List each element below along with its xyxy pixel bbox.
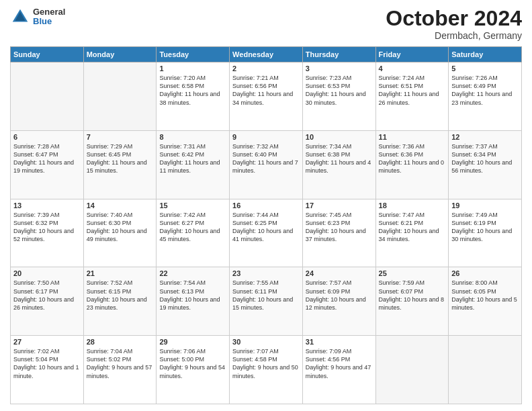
calendar-cell: 22Sunrise: 7:54 AMSunset: 6:13 PMDayligh… xyxy=(157,267,230,336)
day-number: 12 xyxy=(451,133,519,141)
day-number: 29 xyxy=(159,338,226,346)
cell-details: Sunrise: 7:28 AMSunset: 6:47 PMDaylight:… xyxy=(13,142,81,175)
calendar-cell: 19Sunrise: 7:49 AMSunset: 6:19 PMDayligh… xyxy=(449,199,522,267)
calendar-week-row: 27Sunrise: 7:02 AMSunset: 5:04 PMDayligh… xyxy=(11,336,522,404)
calendar-cell: 29Sunrise: 7:06 AMSunset: 5:00 PMDayligh… xyxy=(157,336,230,404)
calendar-cell: 6Sunrise: 7:28 AMSunset: 6:47 PMDaylight… xyxy=(11,130,84,199)
logo-general-text: General xyxy=(33,7,65,17)
day-number: 30 xyxy=(232,338,300,346)
logo: General Blue xyxy=(10,7,65,27)
cell-details: Sunrise: 7:26 AMSunset: 6:49 PMDaylight:… xyxy=(451,74,519,107)
weekday-header-wednesday: Wednesday xyxy=(230,47,303,62)
day-number: 8 xyxy=(159,133,226,141)
cell-details: Sunrise: 7:36 AMSunset: 6:36 PMDaylight:… xyxy=(379,142,446,175)
day-number: 28 xyxy=(87,338,154,346)
day-number: 13 xyxy=(13,201,81,210)
calendar-week-row: 13Sunrise: 7:39 AMSunset: 6:32 PMDayligh… xyxy=(11,199,522,267)
day-number: 24 xyxy=(306,269,373,277)
weekday-header-friday: Friday xyxy=(375,47,449,62)
calendar-cell: 26Sunrise: 8:00 AMSunset: 6:05 PMDayligh… xyxy=(449,267,522,336)
weekday-header-saturday: Saturday xyxy=(449,47,522,62)
day-number: 31 xyxy=(306,338,373,346)
cell-details: Sunrise: 7:40 AMSunset: 6:30 PMDaylight:… xyxy=(87,211,154,244)
day-number: 2 xyxy=(232,64,300,73)
cell-details: Sunrise: 7:39 AMSunset: 6:32 PMDaylight:… xyxy=(13,211,81,244)
calendar-cell: 31Sunrise: 7:09 AMSunset: 4:56 PMDayligh… xyxy=(302,336,375,404)
calendar-cell: 23Sunrise: 7:55 AMSunset: 6:11 PMDayligh… xyxy=(230,267,303,336)
calendar-cell: 30Sunrise: 7:07 AMSunset: 4:58 PMDayligh… xyxy=(230,336,303,404)
header: General Blue October 2024 Dermbach, Germ… xyxy=(10,7,522,41)
calendar-cell: 25Sunrise: 7:59 AMSunset: 6:07 PMDayligh… xyxy=(375,267,449,336)
calendar-cell: 17Sunrise: 7:45 AMSunset: 6:23 PMDayligh… xyxy=(302,199,375,267)
calendar-week-row: 20Sunrise: 7:50 AMSunset: 6:17 PMDayligh… xyxy=(11,267,522,336)
cell-details: Sunrise: 7:06 AMSunset: 5:00 PMDaylight:… xyxy=(159,347,226,380)
cell-details: Sunrise: 7:52 AMSunset: 6:15 PMDaylight:… xyxy=(87,279,154,312)
calendar-week-row: 1Sunrise: 7:20 AMSunset: 6:58 PMDaylight… xyxy=(11,62,522,131)
page: General Blue October 2024 Dermbach, Germ… xyxy=(0,0,532,411)
day-number: 17 xyxy=(306,201,373,210)
weekday-header-row: SundayMondayTuesdayWednesdayThursdayFrid… xyxy=(11,47,522,62)
cell-details: Sunrise: 7:34 AMSunset: 6:38 PMDaylight:… xyxy=(306,142,373,175)
calendar-cell xyxy=(83,62,157,131)
calendar-cell: 2Sunrise: 7:21 AMSunset: 6:56 PMDaylight… xyxy=(230,62,303,131)
calendar-cell: 8Sunrise: 7:31 AMSunset: 6:42 PMDaylight… xyxy=(157,130,230,199)
calendar-cell: 1Sunrise: 7:20 AMSunset: 6:58 PMDaylight… xyxy=(157,62,230,131)
calendar-cell: 11Sunrise: 7:36 AMSunset: 6:36 PMDayligh… xyxy=(375,130,449,199)
cell-details: Sunrise: 8:00 AMSunset: 6:05 PMDaylight:… xyxy=(451,279,519,312)
calendar-cell: 13Sunrise: 7:39 AMSunset: 6:32 PMDayligh… xyxy=(11,199,84,267)
calendar-cell xyxy=(375,336,449,404)
calendar-cell: 24Sunrise: 7:57 AMSunset: 6:09 PMDayligh… xyxy=(302,267,375,336)
logo-icon xyxy=(10,7,30,27)
cell-details: Sunrise: 7:55 AMSunset: 6:11 PMDaylight:… xyxy=(232,279,300,312)
day-number: 23 xyxy=(232,269,300,277)
calendar-cell: 7Sunrise: 7:29 AMSunset: 6:45 PMDaylight… xyxy=(83,130,157,199)
cell-details: Sunrise: 7:50 AMSunset: 6:17 PMDaylight:… xyxy=(13,279,81,312)
weekday-header-sunday: Sunday xyxy=(11,47,84,62)
calendar-cell: 3Sunrise: 7:23 AMSunset: 6:53 PMDaylight… xyxy=(302,62,375,131)
day-number: 27 xyxy=(13,338,81,346)
cell-details: Sunrise: 7:21 AMSunset: 6:56 PMDaylight:… xyxy=(232,74,300,107)
calendar-cell: 28Sunrise: 7:04 AMSunset: 5:02 PMDayligh… xyxy=(83,336,157,404)
day-number: 15 xyxy=(159,201,226,210)
cell-details: Sunrise: 7:24 AMSunset: 6:51 PMDaylight:… xyxy=(379,74,446,107)
title-block: October 2024 Dermbach, Germany xyxy=(386,7,522,41)
calendar-cell: 18Sunrise: 7:47 AMSunset: 6:21 PMDayligh… xyxy=(375,199,449,267)
cell-details: Sunrise: 7:44 AMSunset: 6:25 PMDaylight:… xyxy=(232,211,300,244)
day-number: 19 xyxy=(451,201,519,210)
day-number: 25 xyxy=(379,269,446,277)
cell-details: Sunrise: 7:23 AMSunset: 6:53 PMDaylight:… xyxy=(306,74,373,107)
calendar-cell: 15Sunrise: 7:42 AMSunset: 6:27 PMDayligh… xyxy=(157,199,230,267)
cell-details: Sunrise: 7:02 AMSunset: 5:04 PMDaylight:… xyxy=(13,347,81,380)
cell-details: Sunrise: 7:32 AMSunset: 6:40 PMDaylight:… xyxy=(232,142,300,175)
day-number: 5 xyxy=(451,64,519,73)
calendar-table: SundayMondayTuesdayWednesdayThursdayFrid… xyxy=(10,46,522,404)
calendar-cell: 12Sunrise: 7:37 AMSunset: 6:34 PMDayligh… xyxy=(449,130,522,199)
calendar-cell: 10Sunrise: 7:34 AMSunset: 6:38 PMDayligh… xyxy=(302,130,375,199)
cell-details: Sunrise: 7:07 AMSunset: 4:58 PMDaylight:… xyxy=(232,347,300,380)
calendar-week-row: 6Sunrise: 7:28 AMSunset: 6:47 PMDaylight… xyxy=(11,130,522,199)
cell-details: Sunrise: 7:31 AMSunset: 6:42 PMDaylight:… xyxy=(159,142,226,175)
day-number: 20 xyxy=(13,269,81,277)
day-number: 21 xyxy=(87,269,154,277)
logo-blue-text: Blue xyxy=(33,17,65,26)
day-number: 7 xyxy=(87,133,154,141)
cell-details: Sunrise: 7:45 AMSunset: 6:23 PMDaylight:… xyxy=(306,211,373,244)
calendar-cell: 20Sunrise: 7:50 AMSunset: 6:17 PMDayligh… xyxy=(11,267,84,336)
cell-details: Sunrise: 7:42 AMSunset: 6:27 PMDaylight:… xyxy=(159,211,226,244)
day-number: 10 xyxy=(306,133,373,141)
day-number: 6 xyxy=(13,133,81,141)
day-number: 14 xyxy=(87,201,154,210)
calendar-cell: 5Sunrise: 7:26 AMSunset: 6:49 PMDaylight… xyxy=(449,62,522,131)
day-number: 4 xyxy=(379,64,446,73)
day-number: 9 xyxy=(232,133,300,141)
calendar-cell: 16Sunrise: 7:44 AMSunset: 6:25 PMDayligh… xyxy=(230,199,303,267)
logo-text: General Blue xyxy=(33,7,65,27)
cell-details: Sunrise: 7:49 AMSunset: 6:19 PMDaylight:… xyxy=(451,211,519,244)
month-title: October 2024 xyxy=(386,7,522,30)
cell-details: Sunrise: 7:20 AMSunset: 6:58 PMDaylight:… xyxy=(159,74,226,107)
location: Dermbach, Germany xyxy=(386,30,522,41)
day-number: 1 xyxy=(159,64,226,73)
day-number: 3 xyxy=(306,64,373,73)
calendar-cell xyxy=(449,336,522,404)
calendar-cell: 27Sunrise: 7:02 AMSunset: 5:04 PMDayligh… xyxy=(11,336,84,404)
